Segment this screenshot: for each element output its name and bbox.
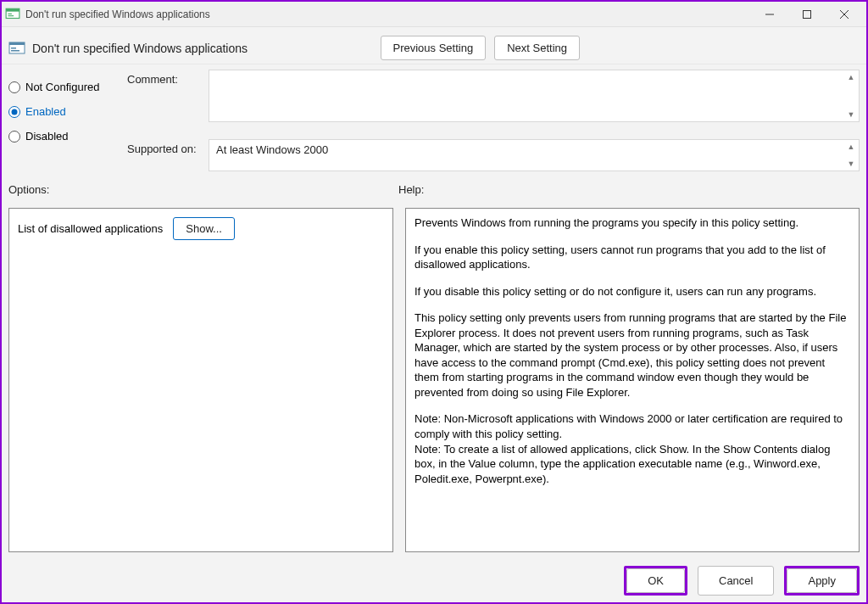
svg-rect-3 — [8, 15, 14, 16]
meta-fields: Comment: ▲ ▼ Supported on: At least Wind… — [127, 70, 860, 171]
policy-icon — [8, 41, 25, 56]
cancel-button[interactable]: Cancel — [698, 566, 774, 596]
highlight-apply: Apply — [784, 566, 860, 596]
header-row: Don't run specified Windows applications… — [2, 27, 866, 64]
panel-labels-row: Options: Help: — [2, 180, 866, 201]
scroll-down-icon[interactable]: ▼ — [845, 109, 857, 120]
scroll-up-icon[interactable]: ▲ — [845, 72, 857, 82]
highlight-ok: OK — [624, 566, 687, 596]
radio-icon — [8, 106, 20, 118]
next-setting-button[interactable]: Next Setting — [494, 36, 580, 60]
comment-textarea[interactable]: ▲ ▼ — [209, 70, 860, 122]
radio-label: Disabled — [25, 130, 69, 143]
supported-on-value: At least Windows 2000 — [216, 143, 328, 156]
svg-rect-1 — [6, 8, 19, 11]
policy-editor-window: Don't run specified Windows applications… — [0, 0, 868, 604]
maximize-button[interactable] — [788, 3, 826, 26]
svg-rect-2 — [8, 13, 12, 14]
help-text: This policy setting only prevents users … — [415, 310, 850, 400]
disallowed-apps-label: List of disallowed applications — [18, 222, 163, 235]
options-panel: List of disallowed applications Show... — [8, 208, 393, 552]
dialog-footer: OK Cancel Apply — [2, 559, 866, 602]
scroll-up-icon[interactable]: ▲ — [845, 142, 857, 152]
radio-disabled[interactable]: Disabled — [8, 124, 119, 148]
comment-label: Comment: — [127, 70, 209, 122]
svg-rect-5 — [804, 10, 811, 18]
panels-row: List of disallowed applications Show... … — [2, 201, 866, 559]
minimize-button[interactable] — [751, 3, 788, 26]
help-panel: Prevents Windows from running the progra… — [405, 208, 860, 552]
state-radio-group: Not Configured Enabled Disabled — [8, 70, 119, 171]
app-icon — [5, 7, 20, 22]
help-text: Note: To create a list of allowed applic… — [415, 442, 850, 487]
previous-setting-button[interactable]: Previous Setting — [381, 36, 487, 60]
apply-button[interactable]: Apply — [787, 568, 857, 593]
radio-label: Not Configured — [25, 81, 99, 93]
svg-rect-9 — [9, 42, 25, 45]
help-label: Help: — [398, 183, 424, 196]
help-text: Prevents Windows from running the progra… — [415, 215, 850, 231]
radio-icon — [8, 81, 20, 93]
titlebar: Don't run specified Windows applications — [2, 2, 866, 27]
radio-label: Enabled — [25, 105, 66, 118]
svg-rect-11 — [11, 50, 19, 52]
options-label: Options: — [8, 183, 49, 196]
supported-label: Supported on: — [127, 139, 209, 171]
radio-not-configured[interactable]: Not Configured — [8, 75, 119, 99]
window-title: Don't run specified Windows applications — [25, 8, 751, 20]
help-text: Note: Non-Microsoft applications with Wi… — [415, 411, 850, 441]
supported-on-box: At least Windows 2000 ▲ ▼ — [209, 139, 860, 171]
show-button[interactable]: Show... — [173, 217, 235, 240]
close-button[interactable] — [826, 3, 863, 26]
policy-title: Don't run specified Windows applications — [32, 42, 248, 55]
configuration-area: Not Configured Enabled Disabled Comment:… — [2, 64, 866, 180]
help-text: If you enable this policy setting, users… — [415, 243, 850, 272]
radio-enabled[interactable]: Enabled — [8, 99, 119, 124]
radio-icon — [8, 131, 20, 143]
help-text: If you disable this policy setting or do… — [415, 284, 850, 299]
ok-button[interactable]: OK — [626, 568, 685, 593]
scroll-down-icon[interactable]: ▼ — [845, 159, 857, 169]
svg-rect-10 — [11, 48, 16, 49]
